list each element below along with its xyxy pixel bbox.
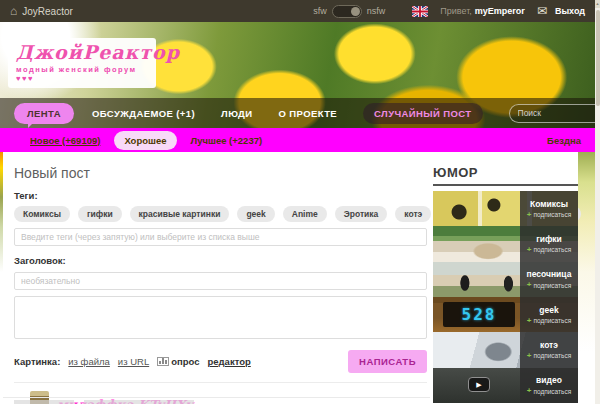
nsfw-toggle[interactable] (332, 5, 362, 18)
logo-title: ДжойРеактор (16, 41, 148, 64)
tags-label: Теги: (14, 190, 427, 201)
plus-icon: + (527, 352, 532, 360)
tag-pill-geek[interactable]: geek (237, 206, 274, 222)
image-options-row: Картинка: из файла из URL опрос редактор… (14, 351, 427, 371)
page-title: Новый пост (14, 165, 427, 181)
category-label: котэ +подписаться (520, 332, 578, 367)
tag-pill-gifki[interactable]: гифки (78, 206, 122, 222)
poll-link[interactable]: опрос (157, 356, 199, 367)
top-bar: ⌂ JoyReactor sfw nsfw Привет, myEmperor … (0, 0, 595, 22)
site-header: ДжойРеактор модный женский форум ♥♥♥ ЛЕН… (0, 22, 595, 128)
image-label: Картинка: (14, 356, 60, 367)
category-name: Комиксы (530, 199, 568, 209)
tab-random-post[interactable]: СЛУЧАЙНЫЙ ПОСТ (363, 103, 482, 124)
plus-icon: + (527, 317, 532, 325)
sidebar-rule (433, 184, 578, 186)
sidebar-title: ЮМОР (433, 165, 578, 180)
joyreactor-page: ⌂ JoyReactor sfw nsfw Привет, myEmperor … (0, 0, 600, 404)
next-post-preview (14, 400, 74, 404)
subscribe-link[interactable]: +подписаться (527, 281, 571, 289)
from-url-link[interactable]: из URL (118, 356, 149, 367)
sfw-label: sfw (313, 6, 327, 16)
category-label: видео +подписаться (520, 368, 578, 403)
nsfw-label: nsfw (367, 6, 386, 16)
form-divider (14, 382, 427, 383)
sidebar-humor: ЮМОР Комиксы +подписаться гифки +подписа… (433, 152, 578, 404)
subscribe-link[interactable]: +подписаться (527, 317, 571, 325)
scrollbar-thumb[interactable] (596, 10, 600, 106)
post-body-textarea[interactable] (14, 296, 427, 339)
poll-link-label: опрос (171, 356, 199, 367)
tab-lenta[interactable]: ЛЕНТА (14, 103, 74, 124)
filter-new[interactable]: Новое (+69109) (30, 135, 100, 146)
filter-best[interactable]: Лучшее (+2237) (191, 135, 263, 146)
tags-input[interactable] (14, 228, 427, 246)
plus-icon: + (527, 246, 532, 254)
submit-post-button[interactable]: НАПИСАТЬ (348, 350, 427, 373)
toggle-knob (351, 7, 360, 16)
subscribe-link[interactable]: +подписаться (527, 387, 571, 395)
nav-bar: ЛЕНТА ОБСУЖДАЕМОЕ (+1) ЛЮДИ О ПРОЕКТЕ СЛ… (0, 98, 595, 128)
filter-bar: Новое (+69109) Хорошее Лучшее (+2237) Бе… (0, 128, 595, 152)
plus-icon: + (527, 281, 532, 289)
search-input[interactable] (518, 108, 600, 118)
sidebar-item-gifs[interactable]: гифки +подписаться (433, 226, 578, 261)
category-label: гифки +подписаться (520, 226, 578, 261)
sidebar-item-cats[interactable]: котэ +подписаться (433, 332, 578, 367)
tab-people[interactable]: ЛЮДИ (221, 108, 252, 119)
category-name: geek (539, 305, 558, 315)
background-strip-left (0, 152, 3, 404)
subscribe-link[interactable]: +подписаться (527, 246, 571, 254)
home-icon[interactable]: ⌂ (10, 5, 17, 17)
sidebar-item-comics[interactable]: Комиксы +подписаться (433, 191, 578, 226)
next-post-divider (3, 397, 430, 398)
tag-pill-kote[interactable]: котэ (395, 206, 431, 222)
filter-abyss[interactable]: Бездна (547, 135, 581, 146)
poll-chart-icon (157, 357, 169, 366)
search-box (509, 104, 600, 123)
logo-subtitle: модный женский форум ♥♥♥ (16, 65, 148, 83)
page-scrollbar[interactable]: ▲ (595, 0, 600, 404)
background-strip-right (578, 152, 595, 404)
new-post-form: Новый пост Теги: Комиксы гифки красивые … (14, 152, 427, 404)
filter-good[interactable]: Хорошее (114, 131, 176, 150)
subscribe-link[interactable]: +подписаться (527, 352, 571, 360)
mail-icon[interactable]: ✉ (537, 5, 547, 17)
tag-pill-erotika[interactable]: Эротика (335, 206, 388, 222)
category-name: песочница (527, 269, 572, 279)
tag-pills-row: Комиксы гифки красивые картинки geek Ani… (14, 206, 427, 222)
subscribe-link[interactable]: +подписаться (527, 211, 571, 219)
tag-pill-pictures[interactable]: красивые картинки (130, 206, 230, 222)
logout-button[interactable]: Выход (555, 6, 585, 16)
greeting-text: Привет, (440, 6, 472, 16)
sidebar-item-video[interactable]: ▶ видео +подписаться (433, 368, 578, 403)
sidebar-item-sandbox[interactable]: песочница +подписаться (433, 262, 578, 297)
category-name: видео (536, 375, 562, 385)
post-title-input[interactable] (14, 272, 427, 290)
tag-pill-komiksy[interactable]: Комиксы (14, 206, 70, 222)
editor-link[interactable]: редактор (207, 356, 250, 367)
category-label: песочница +подписаться (520, 262, 578, 297)
category-label: Комиксы +подписаться (520, 191, 578, 226)
plus-icon: + (527, 387, 532, 395)
title-label: Заголовок: (14, 255, 427, 266)
from-file-link[interactable]: из файла (68, 356, 110, 367)
sidebar-category-list: Комиксы +подписаться гифки +подписаться … (433, 191, 578, 403)
category-name: котэ (540, 340, 558, 350)
tab-discussed[interactable]: ОБСУЖДАЕМОЕ (+1) (92, 108, 195, 119)
category-label: geek +подписаться (520, 297, 578, 332)
clock-thumbnail: 528 (443, 302, 515, 327)
username-link[interactable]: myEmperor (475, 6, 525, 16)
logo-card[interactable]: ДжойРеактор модный женский форум ♥♥♥ (8, 38, 156, 88)
tab-about[interactable]: О ПРОЕКТЕ (279, 108, 338, 119)
plus-icon: + (527, 211, 532, 219)
uk-flag-icon[interactable] (412, 6, 428, 17)
tag-pill-anime[interactable]: Anime (283, 206, 327, 222)
sidebar-item-geek[interactable]: 528 geek +подписаться (433, 297, 578, 332)
scrollbar-up-arrow[interactable]: ▲ (595, 0, 600, 8)
category-name: гифки (536, 234, 562, 244)
next-post-preview (84, 400, 194, 404)
play-icon: ▶ (468, 377, 490, 392)
brand-link[interactable]: JoyReactor (22, 6, 73, 17)
